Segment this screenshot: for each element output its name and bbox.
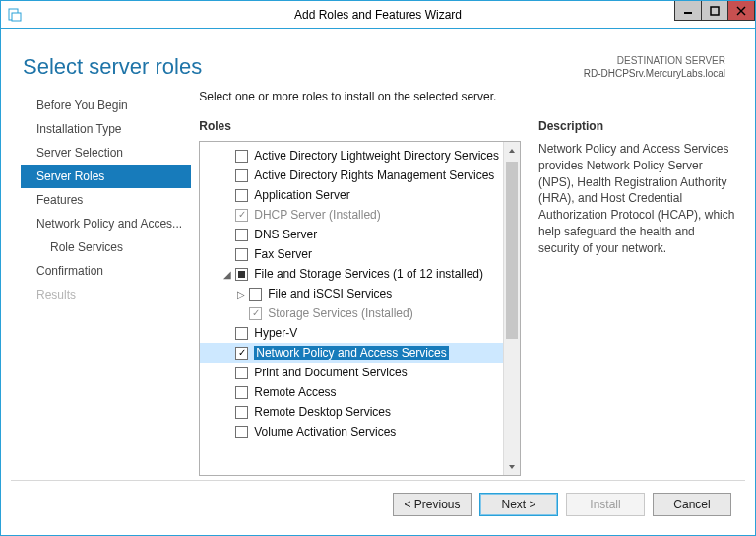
roles-column: Roles Active Directory Lightweight Direc… (199, 119, 521, 476)
role-row[interactable]: Fax Server (200, 244, 503, 264)
role-label: Remote Access (254, 385, 336, 399)
wizard-sidebar: Before You BeginInstallation TypeServer … (21, 88, 191, 476)
role-checkbox[interactable] (235, 229, 248, 241)
role-label: Application Server (254, 188, 349, 202)
titlebar[interactable]: Add Roles and Features Wizard (1, 1, 755, 29)
collapse-icon[interactable]: ▷ (235, 289, 247, 300)
roles-list: Active Directory Lightweight Directory S… (200, 142, 503, 475)
nav-item[interactable]: Confirmation (21, 259, 191, 283)
role-checkbox[interactable] (235, 150, 248, 163)
role-row[interactable]: DNS Server (200, 225, 503, 244)
role-checkbox[interactable] (249, 288, 262, 301)
role-label: Remote Desktop Services (254, 405, 391, 419)
window-title: Add Roles and Features Wizard (1, 8, 755, 22)
role-checkbox: ✓ (249, 307, 262, 320)
panel: Select one or more roles to install on t… (191, 88, 735, 476)
svg-marker-7 (509, 465, 515, 469)
destination-info: DESTINATION SERVER RD-DHCPSrv.MercuryLab… (584, 54, 725, 80)
description-column: Description Network Policy and Access Se… (538, 119, 735, 476)
role-checkbox[interactable] (235, 386, 248, 399)
role-checkbox[interactable] (235, 248, 248, 261)
close-button[interactable] (727, 1, 755, 21)
role-row[interactable]: Remote Desktop Services (200, 402, 503, 422)
description-heading: Description (538, 119, 735, 141)
description-text: Network Policy and Access Services provi… (538, 141, 735, 257)
role-checkbox[interactable]: ✓ (235, 347, 248, 360)
nav-item: Results (21, 283, 191, 306)
role-label: Active Directory Rights Management Servi… (254, 168, 494, 182)
role-row[interactable]: ✓Network Policy and Access Services (200, 343, 503, 363)
role-checkbox[interactable] (235, 367, 248, 379)
role-checkbox[interactable] (235, 406, 248, 419)
role-label: File and iSCSI Services (268, 287, 392, 301)
columns: Roles Active Directory Lightweight Direc… (199, 119, 735, 476)
app-icon (7, 7, 23, 23)
role-row[interactable]: Application Server (200, 185, 503, 205)
role-label: Active Directory Lightweight Directory S… (254, 149, 499, 163)
minimize-button[interactable] (674, 1, 702, 21)
expand-icon[interactable]: ◢ (221, 269, 233, 280)
svg-marker-6 (509, 149, 515, 153)
role-checkbox[interactable] (235, 327, 248, 340)
roles-listbox[interactable]: Active Directory Lightweight Directory S… (199, 141, 521, 476)
role-row[interactable]: ◢File and Storage Services (1 of 12 inst… (200, 264, 503, 284)
roles-heading: Roles (199, 119, 521, 141)
wizard-window: Add Roles and Features Wizard Select ser… (0, 0, 756, 536)
window-controls (675, 1, 755, 21)
role-label: Print and Document Services (254, 366, 407, 379)
svg-rect-1 (12, 13, 21, 21)
nav-item[interactable]: Server Selection (21, 141, 191, 165)
role-label: File and Storage Services (1 of 12 insta… (254, 267, 483, 281)
role-row[interactable]: ✓Storage Services (Installed) (200, 303, 503, 323)
role-checkbox[interactable] (235, 268, 248, 281)
role-label: Volume Activation Services (254, 425, 396, 438)
role-row[interactable]: Remote Access (200, 382, 503, 402)
scrollbar[interactable] (503, 142, 520, 475)
role-label: Storage Services (Installed) (268, 306, 412, 320)
nav-item[interactable]: Installation Type (21, 117, 191, 141)
page-header: Select server roles DESTINATION SERVER R… (11, 36, 745, 88)
content-area: Select server roles DESTINATION SERVER R… (1, 29, 755, 535)
role-row[interactable]: ▷File and iSCSI Services (200, 284, 503, 303)
role-row[interactable]: Active Directory Lightweight Directory S… (200, 146, 503, 166)
destination-value: RD-DHCPSrv.MercuryLabs.local (584, 67, 725, 80)
page-title: Select server roles (23, 54, 202, 80)
role-label: DHCP Server (Installed) (254, 208, 380, 222)
nav-item[interactable]: Role Services (21, 235, 191, 259)
role-label: Fax Server (254, 247, 312, 261)
footer: < Previous Next > Install Cancel (11, 480, 745, 527)
scroll-thumb[interactable] (506, 162, 518, 339)
role-row[interactable]: Hyper-V (200, 323, 503, 343)
role-label: DNS Server (254, 228, 317, 241)
role-checkbox[interactable] (235, 189, 248, 202)
svg-rect-3 (711, 7, 719, 15)
scroll-up-button[interactable] (504, 142, 520, 159)
role-checkbox: ✓ (235, 209, 248, 222)
nav-item[interactable]: Before You Begin (21, 94, 191, 117)
maximize-button[interactable] (701, 1, 728, 21)
role-row[interactable]: Volume Activation Services (200, 422, 503, 441)
previous-button[interactable]: < Previous (393, 493, 472, 516)
role-row[interactable]: ✓DHCP Server (Installed) (200, 205, 503, 225)
nav-item[interactable]: Network Policy and Acces... (21, 212, 191, 235)
role-row[interactable]: Active Directory Rights Management Servi… (200, 166, 503, 185)
scroll-down-button[interactable] (504, 458, 520, 475)
role-label: Hyper-V (254, 326, 297, 340)
nav-item[interactable]: Features (21, 188, 191, 212)
role-checkbox[interactable] (235, 426, 248, 438)
role-checkbox[interactable] (235, 169, 248, 182)
cancel-button[interactable]: Cancel (653, 493, 731, 516)
destination-label: DESTINATION SERVER (584, 54, 725, 67)
install-button[interactable]: Install (566, 493, 645, 516)
instruction-text: Select one or more roles to install on t… (199, 88, 735, 119)
nav-item[interactable]: Server Roles (21, 165, 191, 188)
next-button[interactable]: Next > (479, 493, 558, 516)
role-row[interactable]: Print and Document Services (200, 363, 503, 382)
role-label: Network Policy and Access Services (254, 346, 448, 360)
main-area: Before You BeginInstallation TypeServer … (11, 88, 745, 476)
